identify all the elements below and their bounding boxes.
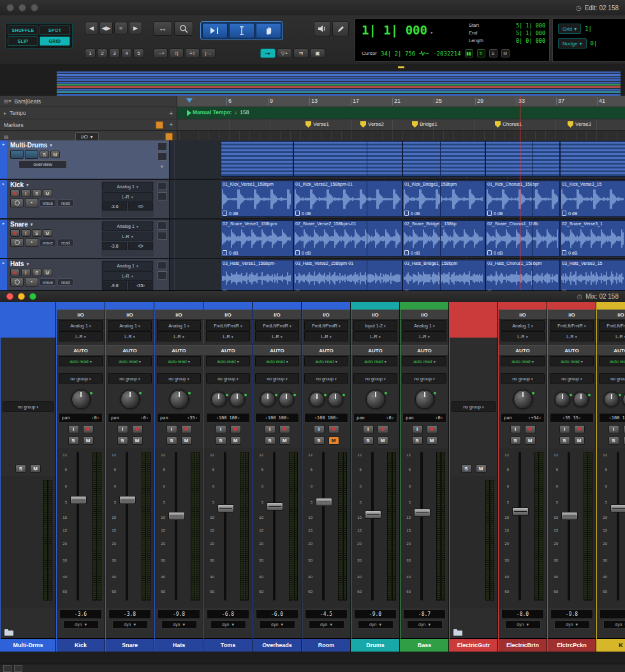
tempo-event[interactable]: Manual Tempo:♩158	[193, 109, 249, 116]
input-monitor-button[interactable]: I	[216, 425, 226, 433]
pan-display[interactable]: pan‹0›	[402, 413, 446, 422]
timebase-icon[interactable]	[10, 198, 24, 207]
track-name-plate[interactable]: K	[597, 638, 625, 652]
pan-knob[interactable]	[260, 392, 276, 407]
group-selector[interactable]: no group▾	[353, 373, 397, 384]
solo-button[interactable]: S	[32, 190, 41, 197]
volume-readout[interactable]: -6.0	[256, 609, 298, 619]
pan-display[interactable]: pan‹0›	[353, 413, 397, 422]
track-header[interactable]: ▸Hats▾ISM*wavereadAnalog 1▾L-R▾-9.8‹35›	[0, 259, 170, 290]
pan-knob[interactable]	[555, 392, 570, 407]
output-selector[interactable]: L-R▾	[402, 331, 446, 341]
dyn-selector[interactable]: dyn▾	[63, 620, 99, 629]
group-selector[interactable]: no group▾	[206, 373, 250, 384]
fader-handle[interactable]	[168, 512, 185, 520]
add-track-icon[interactable]: +	[158, 163, 166, 170]
output-selector[interactable]: L-R▾	[255, 331, 299, 341]
track-name[interactable]: Multi-Drums	[10, 142, 47, 149]
speaker-icon[interactable]	[314, 21, 330, 36]
solo-button[interactable]: S	[32, 229, 41, 237]
elastic-audio-icon[interactable]: *	[25, 278, 38, 287]
input-monitor-button[interactable]: I	[21, 190, 31, 197]
output-selector[interactable]: L-R▾	[102, 192, 153, 202]
audio-clip[interactable]: 01_Kick_Verse1_158bpm0 dB	[221, 181, 293, 217]
input-selector[interactable]: FrntLft/FrntR▾	[550, 320, 594, 331]
input-selector[interactable]: FrntLft/FrntR▾	[255, 320, 299, 331]
clip-gain-icon[interactable]	[295, 250, 300, 255]
output-selector[interactable]: L-R▾	[501, 331, 545, 341]
track-name-plate[interactable]: Room	[302, 638, 350, 652]
elastic-audio-icon[interactable]: *	[25, 198, 38, 207]
dyn-selector[interactable]: dyn▾	[161, 620, 197, 629]
folder-clip-block[interactable]	[485, 141, 560, 177]
group-selector[interactable]: no group▾	[157, 373, 201, 384]
mode-grid-button[interactable]: GRID	[40, 36, 70, 46]
audio-clip[interactable]: 03_Hats_Verse2_158bpm-010 dB	[293, 260, 402, 290]
automation-follow-icon[interactable]: ⇉	[293, 49, 309, 58]
track-options-box[interactable]	[158, 261, 167, 269]
pan-display[interactable]: ‹100100›	[255, 413, 299, 422]
input-selector[interactable]: Analog 1▾	[59, 320, 103, 331]
memory-location-3-button[interactable]: 3	[109, 49, 120, 58]
solo-button[interactable]: S	[216, 437, 226, 445]
memory-location-5-button[interactable]: 5	[133, 49, 144, 58]
automation-mode-selector[interactable]: auto read▾	[402, 356, 446, 366]
volume-readout[interactable]: -3.8	[108, 609, 151, 619]
markers-ruler[interactable]: Markers+ Verse1Verse2Bridge1Chorus1Verse…	[0, 119, 625, 131]
trim-tool-button[interactable]	[202, 23, 228, 38]
dyn-selector[interactable]: dyn▾	[112, 620, 148, 629]
audio-clip[interactable]: 02_Snare_Verse2_158bpm-010 dB	[293, 220, 402, 257]
input-selector[interactable]: Analog 1▾	[102, 261, 153, 271]
dyn-selector[interactable]: dyn▾	[309, 620, 344, 629]
record-enable-button[interactable]	[230, 425, 241, 433]
audio-clip[interactable]: 03_Hats_Bridge1_158bpm0 dB	[402, 260, 485, 290]
global-mute-icon[interactable]: M	[501, 49, 510, 57]
record-enable-button[interactable]	[83, 425, 94, 433]
mute-button[interactable]: M	[181, 437, 192, 445]
output-selector[interactable]: L-R▾	[353, 331, 397, 341]
start-value[interactable]: 5| 1| 000	[516, 22, 545, 29]
track-color-bar[interactable]	[302, 302, 350, 310]
output-selector[interactable]: L-R▾	[304, 331, 348, 341]
mute-button[interactable]: M	[427, 437, 438, 445]
folder-view-icon[interactable]	[10, 150, 24, 159]
pan-knob[interactable]	[573, 392, 589, 407]
add-tempo-icon[interactable]: +	[169, 110, 173, 117]
mute-button[interactable]: M	[574, 437, 585, 445]
memory-location-2-button[interactable]: 2	[97, 49, 108, 58]
input-selector[interactable]: Analog 1▾	[402, 320, 446, 331]
group-selector[interactable]: no group▾	[501, 373, 545, 384]
track-name-plate[interactable]: Drums	[351, 638, 399, 652]
edit-titlebar[interactable]: ◷Edit: 02 158	[0, 0, 625, 16]
minimize-icon[interactable]	[18, 4, 26, 11]
solo-button[interactable]: S	[166, 437, 177, 445]
audio-clip[interactable]: 03_Hats_Verse3_150 dB	[560, 260, 625, 290]
volume-readout[interactable]: -8.7	[403, 609, 446, 619]
zoom-icon[interactable]	[29, 293, 36, 300]
folder-timeline-icon[interactable]	[25, 150, 38, 159]
pan-knob[interactable]	[513, 390, 533, 409]
record-enable-button[interactable]	[525, 425, 536, 433]
dyn-selector[interactable]: dyn▾	[603, 620, 625, 629]
solo-button[interactable]: S	[314, 437, 325, 445]
mute-button[interactable]: M	[476, 465, 487, 473]
elastic-audio-icon[interactable]: *	[25, 238, 38, 247]
track-view-selector[interactable]: wave	[40, 239, 56, 246]
record-enable-button[interactable]	[427, 425, 438, 433]
fader-track[interactable]	[322, 452, 325, 601]
fader-handle[interactable]	[119, 496, 136, 504]
marker-flag-icon[interactable]	[305, 121, 311, 128]
grabber-tool-button[interactable]	[256, 23, 281, 38]
main-counter[interactable]: 1| 1| 000▾	[362, 23, 433, 37]
solo-button[interactable]: S	[32, 269, 41, 276]
track-name-menu-icon[interactable]: ▾	[31, 222, 33, 227]
volume-readout[interactable]: -6.8	[207, 609, 249, 619]
output-selector[interactable]: L-R▾	[102, 232, 153, 241]
track-name-menu-icon[interactable]: ▾	[26, 183, 29, 188]
track-color-tab[interactable]: ▸	[0, 140, 7, 179]
dyn-selector[interactable]: dyn▾	[505, 620, 541, 629]
pan-knob[interactable]	[309, 392, 325, 407]
mute-button[interactable]: M	[30, 465, 41, 473]
automation-mode-selector[interactable]: auto read▾	[59, 356, 103, 366]
nudge-value-button[interactable]: Nudge▾	[558, 38, 587, 49]
